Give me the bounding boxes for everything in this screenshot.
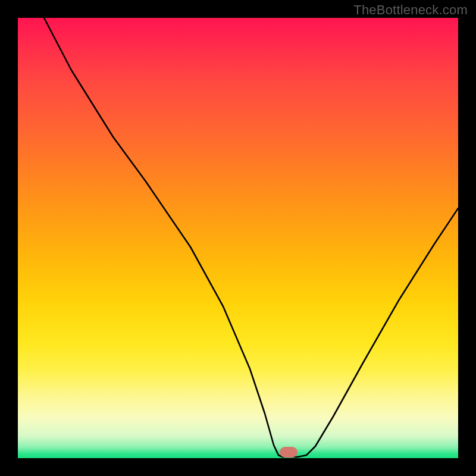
watermark-text: TheBottleneck.com — [353, 2, 468, 18]
curve-svg — [18, 18, 458, 458]
optimum-marker — [280, 447, 298, 458]
plot-area — [18, 18, 458, 458]
bottleneck-curve — [44, 18, 458, 457]
